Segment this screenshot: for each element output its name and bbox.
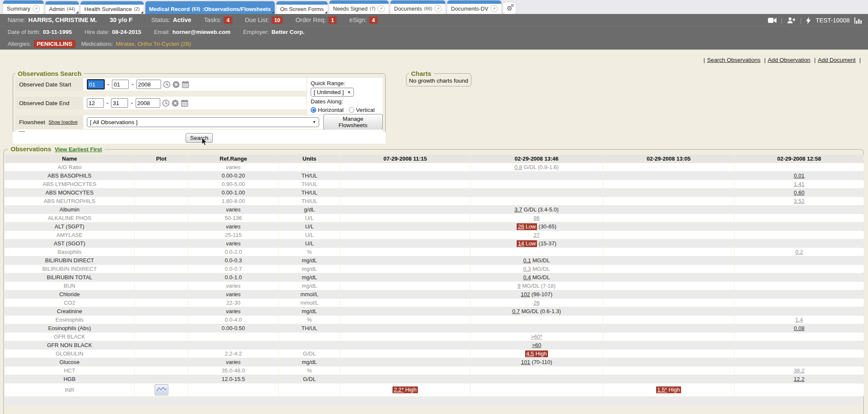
- observation-value-link[interactable]: 86: [534, 215, 540, 221]
- observation-cell: [603, 172, 734, 180]
- observation-value-link[interactable]: 26: [518, 223, 524, 230]
- tab-summary[interactable]: Summary↗: [3, 0, 44, 14]
- observation-value-link[interactable]: 1.4: [795, 317, 803, 323]
- observation-cell: [603, 358, 734, 366]
- date-end-year-input[interactable]: [136, 98, 160, 108]
- allergies-label: Allergies:: [8, 41, 31, 47]
- observation-value-link[interactable]: 2.2*: [394, 386, 403, 393]
- observation-value-link[interactable]: >60: [532, 342, 541, 348]
- date-start-day-input[interactable]: [112, 80, 129, 89]
- esign-badge[interactable]: 4: [369, 17, 377, 24]
- observation-value-link[interactable]: >60*: [531, 333, 542, 340]
- observation-value-link[interactable]: 0.7: [512, 308, 520, 314]
- observation-value-link[interactable]: 0.1: [523, 257, 531, 264]
- search-observations-link[interactable]: Search Observations: [707, 57, 760, 63]
- lightning-icon[interactable]: [806, 17, 811, 24]
- clear-date-icon[interactable]: [172, 81, 180, 88]
- popout-icon[interactable]: ↗: [378, 5, 385, 12]
- observation-name: Eosinophils (Abs): [5, 324, 134, 332]
- allergy-badge[interactable]: PENICILLINS: [34, 40, 75, 48]
- patient-bar-icons: | | TEST-10008: [768, 16, 862, 25]
- popout-icon[interactable]: ↗: [434, 5, 442, 12]
- column-header-plot: Plot: [135, 155, 188, 163]
- observation-value-link[interactable]: 102: [521, 291, 530, 297]
- units: %: [279, 316, 340, 324]
- quick-range-select[interactable]: [ Unlimited ] ▼: [311, 88, 354, 97]
- observation-cell: [340, 265, 470, 273]
- add-document-link[interactable]: Add Document: [818, 57, 855, 63]
- popout-icon[interactable]: ↗: [490, 5, 498, 12]
- observation-cell: 86: [470, 214, 603, 222]
- plot-sparkline-button[interactable]: [155, 384, 168, 395]
- flowsheet-select[interactable]: [ All Observations ] ▼: [87, 117, 319, 127]
- observation-cell: 0.1 MG/DL: [470, 256, 603, 264]
- observation-value-link[interactable]: 0.60: [794, 189, 804, 196]
- clear-date-icon[interactable]: [172, 100, 179, 107]
- tab-accent-bar: [329, 0, 389, 4]
- date-start-year-input[interactable]: [136, 80, 161, 89]
- observation-value-link[interactable]: 38.2: [794, 367, 804, 374]
- tab-documents-dv[interactable]: Documents-DV↗: [447, 0, 501, 14]
- time-picker-icon[interactable]: [163, 81, 170, 88]
- observation-cell: [470, 375, 603, 383]
- employer-value: Better Corp.: [271, 29, 304, 35]
- order-req-badge[interactable]: 1: [328, 17, 337, 24]
- observation-value-link[interactable]: 0.01: [794, 172, 804, 179]
- tab-needs-signed[interactable]: Needs Signed(7)↗: [329, 0, 389, 14]
- observation-value-link[interactable]: 0.8: [515, 164, 522, 170]
- date-start-label: Observed Date Start: [16, 78, 83, 91]
- bar-chart-icon[interactable]: [854, 17, 862, 24]
- medication-link[interactable]: Miralax: [116, 41, 134, 47]
- settings-tab[interactable]: ⚙ ⚙: [503, 3, 516, 14]
- tab-documents[interactable]: Documents(66)↗: [390, 0, 445, 14]
- due-list-badge[interactable]: 10: [272, 17, 283, 24]
- add-user-icon[interactable]: [787, 17, 795, 24]
- show-inactive-link[interactable]: Show Inactive: [49, 119, 78, 125]
- tab-health-surveillance[interactable]: Health Surveillance(2): [81, 1, 143, 14]
- date-start-month-input[interactable]: [87, 79, 105, 89]
- observation-cell: [470, 180, 603, 188]
- table-row-hct: HCT35.0-48.0%38.2: [5, 367, 864, 375]
- observation-cell: 101 (70-110): [470, 358, 603, 366]
- observation-value-link[interactable]: 1.41: [794, 181, 804, 187]
- units: TH/UL: [279, 172, 340, 180]
- add-observation-link[interactable]: Add Observation: [768, 57, 811, 63]
- column-header-02-29-2008-13-46: 02-29-2008 13:46: [470, 155, 603, 163]
- observation-value-link[interactable]: 0.08: [794, 325, 804, 331]
- observation-value-link[interactable]: 3.7: [515, 206, 522, 213]
- column-header-ref-range: Ref.Range: [188, 155, 278, 163]
- radio-horizontal[interactable]: Horizontal: [311, 107, 344, 113]
- popout-icon[interactable]: ↗: [33, 5, 40, 12]
- view-earliest-first-link[interactable]: View Earliest First: [55, 146, 102, 153]
- observation-value-link[interactable]: 0.3: [523, 266, 531, 272]
- observation-value-link[interactable]: 0.2: [795, 249, 803, 255]
- date-end-month-input[interactable]: [87, 98, 104, 108]
- observation-value-link[interactable]: 3.52: [794, 198, 804, 204]
- observation-cell: [603, 197, 734, 205]
- observation-value-link[interactable]: 4.5: [526, 350, 534, 357]
- video-camera-icon[interactable]: [768, 17, 776, 23]
- time-picker-icon[interactable]: [162, 100, 170, 107]
- observation-value-link[interactable]: 26: [534, 300, 540, 306]
- calendar-icon[interactable]: [182, 81, 189, 88]
- tab-on-screen-forms[interactable]: On Screen Forms: [276, 1, 328, 14]
- observation-value-link[interactable]: 27: [534, 232, 540, 238]
- date-end-day-input[interactable]: [111, 98, 128, 108]
- observation-cell: 3.7 G/DL (3.4-5.0): [470, 206, 603, 214]
- observation-value-link[interactable]: 1.5*: [657, 386, 667, 393]
- observation-value-link[interactable]: 101: [521, 359, 530, 365]
- observation-value-link[interactable]: 14: [518, 240, 524, 247]
- tasks-badge[interactable]: 4: [224, 17, 232, 24]
- manage-flowsheets-button[interactable]: Manage Flowsheets: [323, 114, 383, 130]
- observation-name: ABS LYMPHOCYTES: [5, 180, 134, 188]
- order-req-label: Order Req:: [295, 17, 326, 23]
- observation-value-link[interactable]: 0.4: [523, 274, 531, 281]
- medication-link[interactable]: Ortho Tri-Cyclen (28): [137, 41, 191, 47]
- observation-cell: 0.60: [734, 189, 864, 197]
- tab-medical-record-observations-flowsheets[interactable]: Medical Record(53):Observations/Flowshee…: [145, 1, 275, 14]
- search-button[interactable]: Search: [186, 133, 213, 143]
- tab-admin[interactable]: Admin(44): [45, 1, 79, 14]
- radio-vertical[interactable]: Vertical: [349, 107, 375, 113]
- calendar-icon[interactable]: [181, 100, 188, 107]
- observation-value-link[interactable]: 12.2: [794, 376, 804, 382]
